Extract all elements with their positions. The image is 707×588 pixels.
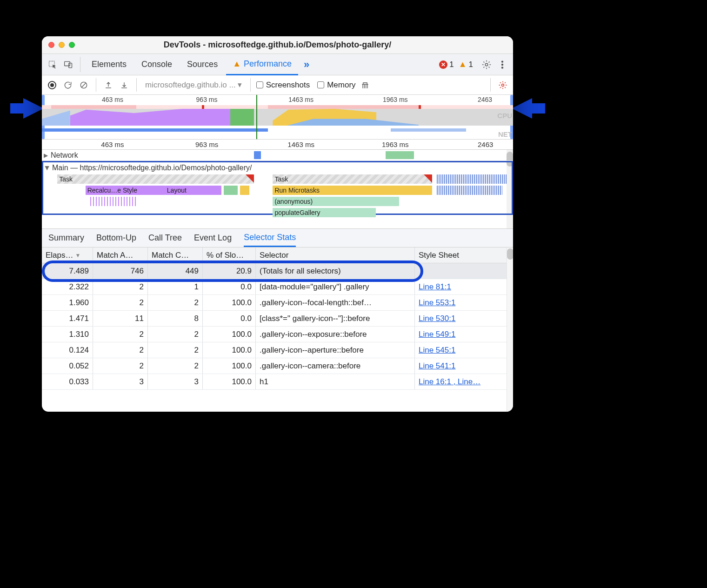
screenshots-checkbox[interactable]: Screenshots — [256, 80, 310, 90]
paint-segment[interactable] — [224, 186, 238, 195]
col-header-match-count[interactable]: Match C… — [148, 247, 203, 263]
table-row[interactable]: 0.05222100.0.gallery-icon--camera::befor… — [42, 358, 513, 374]
warning-count[interactable]: ▲1 — [459, 60, 473, 69]
record-button[interactable] — [46, 78, 59, 92]
tab-sources[interactable]: Sources — [180, 54, 224, 75]
stylesheet-link[interactable]: Line 541:1 — [419, 361, 455, 371]
table-row[interactable]: 7.48974644920.9(Totals for all selectors… — [42, 263, 513, 279]
stylesheet-link[interactable]: Line 553:1 — [419, 298, 455, 307]
task-segment[interactable]: Task — [57, 174, 254, 184]
cell-slow: 100.0 — [203, 358, 256, 374]
cell-elapsed: 0.124 — [42, 342, 93, 358]
network-request-segment[interactable] — [386, 151, 414, 159]
table-row[interactable]: 0.03333100.0h1Line 16:1 , Line… — [42, 374, 513, 390]
tab-console[interactable]: Console — [135, 54, 179, 75]
cell-slow: 0.0 — [203, 279, 256, 294]
profile-target-select[interactable]: microsoftedge.github.io ...▾ — [142, 80, 245, 90]
col-header-elapsed[interactable]: Elaps…▼ — [42, 247, 93, 263]
tasks-barcode[interactable] — [90, 197, 137, 206]
ruler-tick: 1963 ms — [382, 140, 409, 148]
col-header-selector[interactable]: Selector — [256, 247, 415, 263]
download-profile-button[interactable] — [118, 78, 131, 92]
network-request-segment[interactable] — [254, 151, 261, 159]
cell-slow: 100.0 — [203, 295, 256, 310]
scripting-segment[interactable] — [240, 186, 249, 195]
cell-match-count: 2 — [148, 295, 203, 310]
overview-tick: 1463 ms — [288, 96, 313, 103]
cell-selector: [class*=" gallery-icon--"]::before — [256, 311, 415, 326]
tab-elements[interactable]: Elements — [85, 54, 133, 75]
cell-match-attempts: 746 — [93, 263, 148, 279]
annotation-arrow-left — [23, 98, 44, 119]
subtab-bottom-up[interactable]: Bottom-Up — [96, 229, 136, 247]
table-row[interactable]: 2.322210.0[data-module="gallery"] .galle… — [42, 279, 513, 295]
cell-stylesheet — [415, 263, 499, 279]
subtab-event-log[interactable]: Event Log — [194, 229, 232, 247]
table-header-row: Elaps…▼ Match A… Match C… % of Slo… Sele… — [42, 247, 513, 263]
anonymous-segment[interactable]: (anonymous) — [273, 197, 399, 206]
window-minimize-button[interactable] — [59, 42, 65, 48]
task-label: Task — [59, 175, 73, 183]
more-tabs-button[interactable]: » — [300, 59, 313, 71]
table-row[interactable]: 1.96022100.0.gallery-icon--focal-length:… — [42, 295, 513, 311]
devtools-window: DevTools - microsoftedge.github.io/Demos… — [42, 36, 513, 412]
collect-garbage-button[interactable] — [359, 78, 372, 92]
flame-lane: (anonymous) — [43, 196, 512, 207]
table-body: 7.48974644920.9(Totals for all selectors… — [42, 263, 513, 390]
window-zoom-button[interactable] — [69, 42, 75, 48]
col-header-match-attempts[interactable]: Match A… — [93, 247, 148, 263]
detail-subtabs: Summary Bottom-Up Call Tree Event Log Se… — [42, 229, 513, 247]
cell-match-attempts: 3 — [93, 374, 148, 389]
reload-record-button[interactable] — [61, 78, 74, 92]
network-track-header[interactable]: ▶ Network — [42, 150, 513, 161]
table-row[interactable]: 0.12422100.0.gallery-icon--aperture::bef… — [42, 342, 513, 358]
tasks-barcode[interactable] — [437, 186, 502, 195]
subtab-summary[interactable]: Summary — [48, 229, 84, 247]
overview-playhead[interactable] — [256, 95, 257, 139]
cell-match-attempts: 2 — [93, 327, 148, 342]
stylesheet-link[interactable]: Line 81:1 — [419, 282, 451, 292]
window-close-button[interactable] — [48, 42, 54, 48]
cell-match-count: 8 — [148, 311, 203, 326]
error-count[interactable]: ✕1 — [439, 60, 454, 69]
capture-settings-button[interactable] — [496, 78, 509, 92]
recalculate-style-segment[interactable]: Recalcu…e Style — [86, 186, 165, 195]
table-row[interactable]: 1.31022100.0.gallery-icon--exposure::bef… — [42, 327, 513, 342]
memory-checkbox[interactable]: Memory — [317, 80, 355, 90]
stylesheet-link[interactable]: Line 530:1 — [419, 314, 455, 323]
frames-segment — [51, 105, 136, 109]
subtab-call-tree[interactable]: Call Tree — [148, 229, 182, 247]
upload-profile-button[interactable] — [102, 78, 115, 92]
stylesheet-link[interactable]: Line 545:1 — [419, 346, 455, 355]
table-scrollbar[interactable] — [507, 247, 513, 412]
cell-selector: .gallery-icon--camera::before — [256, 358, 415, 374]
more-menu-button[interactable] — [495, 58, 509, 72]
timeline-overview[interactable]: 463 ms 963 ms 1463 ms 1963 ms 2463 ms CP… — [42, 95, 513, 140]
tab-performance[interactable]: ▲ Performance — [226, 54, 298, 75]
network-track-label: Network — [51, 151, 78, 160]
populate-gallery-segment[interactable]: populateGallery — [273, 208, 376, 217]
stylesheet-link[interactable]: Line 16:1 , Line… — [419, 377, 480, 387]
divider — [80, 57, 80, 72]
clear-button[interactable] — [77, 78, 90, 92]
col-header-slow[interactable]: % of Slo… — [203, 247, 256, 263]
settings-button[interactable] — [480, 58, 494, 72]
subtab-selector-stats[interactable]: Selector Stats — [244, 229, 296, 247]
table-row[interactable]: 1.4711180.0[class*=" gallery-icon--"]::b… — [42, 311, 513, 327]
task-segment[interactable]: Task — [273, 174, 432, 184]
flamechart[interactable]: ▶ Network ▶ Main — https://microsoftedge… — [42, 150, 513, 229]
col-header-stylesheet[interactable]: Style Sheet — [415, 247, 499, 263]
cell-match-count: 449 — [148, 263, 203, 279]
table-scroll-thumb[interactable] — [507, 248, 513, 260]
inspect-icon[interactable] — [46, 58, 60, 72]
main-track-header[interactable]: ▶ Main — https://microsoftedge.github.io… — [43, 162, 512, 174]
tasks-barcode[interactable] — [437, 174, 507, 184]
cpu-segment — [70, 109, 230, 126]
run-microtasks-segment[interactable]: Run Microtasks — [273, 186, 432, 195]
layout-segment[interactable]: Layout — [165, 186, 221, 195]
stylesheet-link[interactable]: Line 549:1 — [419, 330, 455, 339]
cell-elapsed: 7.489 — [42, 263, 93, 279]
ruler-tick: 1463 ms — [287, 140, 314, 148]
main-tabs: Elements Console Sources ▲ Performance »… — [42, 54, 513, 75]
device-toggle-icon[interactable] — [61, 58, 75, 72]
